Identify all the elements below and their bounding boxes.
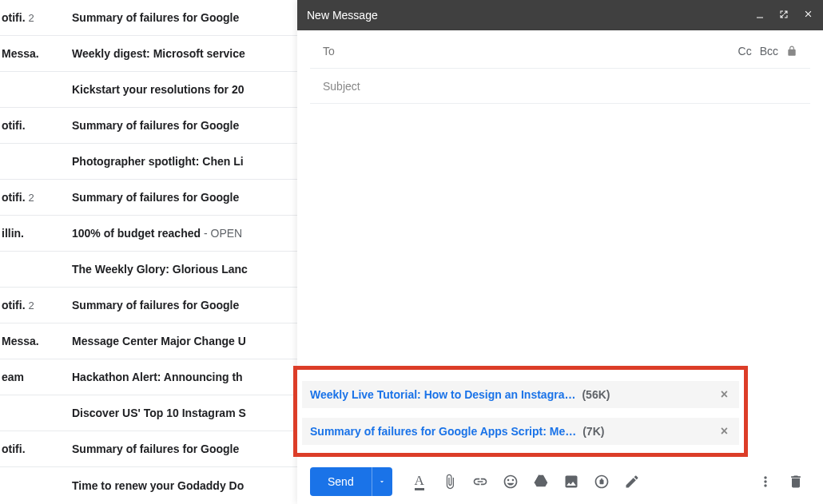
email-row[interactable]: Time to renew your Godaddy Do <box>0 467 308 503</box>
close-icon[interactable] <box>803 9 813 22</box>
subject: Summary of failures for Google <box>72 442 239 455</box>
remove-attachment-icon[interactable]: × <box>718 387 731 402</box>
link-icon[interactable] <box>466 467 495 496</box>
subject: Weekly digest: Microsoft service <box>72 47 245 60</box>
thread-count: 2 <box>29 192 34 204</box>
compose-header: New Message <box>297 0 823 30</box>
attachment-size: (7K) <box>582 425 604 438</box>
emoji-icon[interactable] <box>496 467 525 496</box>
subject-field[interactable] <box>310 69 810 104</box>
email-row[interactable]: otifi. Summary of failures for Google <box>0 431 308 467</box>
subject: 100% of budget reached <box>72 227 201 240</box>
subject: Time to renew your Godaddy Do <box>72 479 244 492</box>
email-row[interactable]: otifi.2 Summary of failures for Google <box>0 288 308 323</box>
sender: otifi. <box>2 119 26 132</box>
lock-icon[interactable] <box>786 46 797 57</box>
compose-toolbar: Send A <box>297 459 823 504</box>
sender: illin. <box>2 227 24 240</box>
cc-button[interactable]: Cc <box>738 45 752 58</box>
pen-icon[interactable] <box>618 467 646 496</box>
to-label: To <box>323 45 335 58</box>
compose-body[interactable]: Weekly Live Tutorial: How to Design an I… <box>297 104 823 459</box>
minimize-icon[interactable] <box>755 9 765 22</box>
email-row[interactable]: The Weekly Glory: Glorious Lanc <box>0 252 308 288</box>
email-row[interactable]: Messa. Message Center Major Change U <box>0 323 308 359</box>
email-row[interactable]: illin. 100% of budget reached - OPEN <box>0 216 308 252</box>
bcc-button[interactable]: Bcc <box>760 45 778 58</box>
sender: otifi. <box>2 191 26 204</box>
formatting-icon[interactable]: A <box>405 467 434 496</box>
snippet: - OPEN <box>201 227 242 240</box>
thread-count: 2 <box>29 300 34 312</box>
attachment-name: Weekly Live Tutorial: How to Design an I… <box>310 388 575 401</box>
sender: otifi. <box>2 11 26 24</box>
subject-input[interactable] <box>323 80 797 93</box>
sender: Messa. <box>2 47 39 60</box>
drive-icon[interactable] <box>527 467 555 496</box>
sender: Messa. <box>2 335 39 347</box>
email-row[interactable]: Discover US' Top 10 Instagram S <box>0 395 308 431</box>
subject: Photographer spotlight: Chen Li <box>72 155 244 168</box>
subject: Summary of failures for Google <box>72 11 239 24</box>
email-row[interactable]: Kickstart your resolutions for 20 <box>0 72 308 108</box>
send-button[interactable]: Send <box>310 467 372 496</box>
attach-icon[interactable] <box>435 467 464 496</box>
sender: eam <box>2 371 24 383</box>
subject: Summary of failures for Google <box>72 191 239 204</box>
subject: Message Center Major Change U <box>72 335 246 347</box>
thread-count: 2 <box>29 12 34 24</box>
subject: Hackathon Alert: Announcing th <box>72 371 243 383</box>
svg-rect-0 <box>757 18 763 18</box>
attachment-chip[interactable]: Weekly Live Tutorial: How to Design an I… <box>302 381 739 408</box>
email-row[interactable]: otifi. Summary of failures for Google <box>0 108 308 144</box>
remove-attachment-icon[interactable]: × <box>718 424 731 439</box>
discard-icon[interactable] <box>781 467 810 496</box>
attachment-name: Summary of failures for Google Apps Scri… <box>310 425 576 438</box>
to-field[interactable]: To Cc Bcc <box>310 34 810 69</box>
sender: otifi. <box>2 442 26 455</box>
email-row[interactable]: Messa. Weekly digest: Microsoft service <box>0 36 308 72</box>
subject: The Weekly Glory: Glorious Lanc <box>72 263 248 276</box>
compose-window: New Message To Cc Bcc Weekly Live Tutori… <box>297 0 823 504</box>
attachments-area: Weekly Live Tutorial: How to Design an I… <box>293 366 748 457</box>
subject: Summary of failures for Google <box>72 299 239 312</box>
email-list: otifi.2 Summary of failures for Google M… <box>0 0 308 504</box>
subject: Discover US' Top 10 Instagram S <box>72 407 246 419</box>
subject: Kickstart your resolutions for 20 <box>72 83 245 96</box>
compose-title: New Message <box>307 9 755 22</box>
confidential-icon[interactable] <box>587 467 616 496</box>
email-row[interactable]: otifi.2 Summary of failures for Google <box>0 0 308 36</box>
subject: Summary of failures for Google <box>72 119 239 132</box>
photo-icon[interactable] <box>557 467 586 496</box>
expand-icon[interactable] <box>779 9 789 22</box>
email-row[interactable]: otifi.2 Summary of failures for Google <box>0 180 308 216</box>
send-options-button[interactable] <box>372 467 392 496</box>
attachment-size: (56K) <box>582 388 610 401</box>
sender: otifi. <box>2 299 26 312</box>
email-row[interactable]: Photographer spotlight: Chen Li <box>0 144 308 180</box>
more-options-icon[interactable] <box>751 467 780 496</box>
email-row[interactable]: eam Hackathon Alert: Announcing th <box>0 359 308 395</box>
attachment-chip[interactable]: Summary of failures for Google Apps Scri… <box>302 418 739 445</box>
